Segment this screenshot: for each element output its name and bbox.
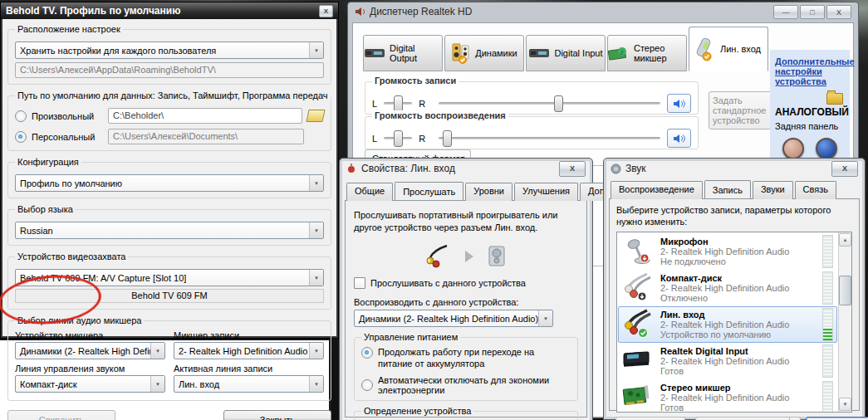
behold-title-bar[interactable]: Behold TV. Профиль по умолчанию X <box>1 2 338 19</box>
custom-path-radio-label: Произвольный <box>32 111 103 121</box>
realtek-device-tabs: Digital Output Динамики Digital Input ♪ … <box>363 27 768 71</box>
record-balance-slider[interactable] <box>384 102 412 105</box>
device-status: Готов <box>660 403 816 412</box>
close-icon[interactable]: X <box>831 161 858 177</box>
digital-device-icon <box>528 46 550 60</box>
tab-playback[interactable]: Воспроизведение <box>611 181 703 199</box>
advanced-settings-link[interactable]: Дополнительные настройки устройства <box>775 56 855 86</box>
listen-checkbox[interactable] <box>354 277 365 289</box>
tab-label: Digital Output <box>390 43 442 63</box>
personal-path-radio-label: Персональный <box>32 132 103 142</box>
maximize-button[interactable]: □ <box>800 5 825 19</box>
chevron-down-icon: ▼ <box>150 343 164 359</box>
close-icon[interactable]: X <box>559 161 586 177</box>
properties-button[interactable]: Свойства <box>806 417 868 420</box>
tab-levels[interactable]: Уровни <box>465 183 512 201</box>
device-driver: 2- Realtek High Definition Audio <box>660 356 816 366</box>
device-detection-group: Определение устройства Не запрашивать пр… <box>354 411 578 420</box>
playback-volume-slider[interactable] <box>439 137 660 139</box>
digital-device-icon <box>364 46 385 60</box>
record-mute-button[interactable] <box>667 94 691 113</box>
device-name: Микрофон <box>660 237 816 247</box>
balance-right-label: R <box>419 99 425 109</box>
close-window-button[interactable]: Закрыть <box>223 410 331 420</box>
sound-control-line-combo[interactable]: Компакт-диск▼ <box>15 375 165 393</box>
tab-recording[interactable]: Запись <box>704 180 751 198</box>
folder-icon[interactable] <box>826 93 843 105</box>
tab-speakers[interactable]: Динамики <box>444 35 524 71</box>
device-row-cd[interactable]: Компакт-диск 2- Realtek High Definition … <box>618 270 837 306</box>
active-record-line-combo[interactable]: Лин. вход▼ <box>174 375 324 393</box>
jack-blue[interactable] <box>816 138 837 159</box>
auto-disable-label: Автоматически отключать для экономии эле… <box>378 375 571 395</box>
playback-volume-label: Громкость воспроизведения <box>372 110 508 120</box>
custom-path-radio[interactable] <box>15 110 27 122</box>
folder-browse-icon[interactable] <box>306 110 325 122</box>
realtek-window-title: Диспетчер Realtek HD <box>370 6 472 17</box>
tab-stereo-mixer[interactable]: ♪ Стерео микшер <box>607 35 687 71</box>
record-volume-label: Громкость записи <box>372 76 459 85</box>
properties-title-bar[interactable]: Свойства: Лин. вход X <box>340 159 592 178</box>
playback-device-combo[interactable]: Динамики (2- Realtek High Definition Aud… <box>354 310 553 327</box>
mixer-device-combo[interactable]: Динамики (2- Realtek High Definition Aud… <box>15 342 165 359</box>
speakers-icon <box>451 42 471 64</box>
tab-digital-output[interactable]: Digital Output <box>363 35 443 71</box>
listen-checkbox-label: Прослушивать с данного устройства <box>370 278 526 288</box>
tab-enhancements[interactable]: Улучшения <box>514 183 578 201</box>
power-management-group: Управление питанием Продолжать работу пр… <box>354 337 578 401</box>
device-status: Готов <box>660 366 816 376</box>
save-button[interactable]: Сохранить <box>7 410 115 420</box>
configuration-combo[interactable]: Профиль по умолчанию ▼ <box>15 174 324 192</box>
data-path-label: Путь по умолчанию для данных: Запись, Та… <box>15 90 331 100</box>
settings-location-combo[interactable]: Хранить настройки для каждого пользовате… <box>15 42 324 59</box>
level-meter <box>822 235 833 268</box>
playback-balance-slider[interactable] <box>384 137 412 139</box>
tab-label: Стерео микшер <box>634 43 686 63</box>
playback-mute-button[interactable] <box>667 129 691 148</box>
balance-right-label: R <box>419 134 425 144</box>
sound-title-bar[interactable]: Звук X <box>604 159 865 178</box>
scroll-down-icon[interactable]: ▼ <box>839 398 851 411</box>
active-record-line-label: Активная линия записи <box>174 364 324 374</box>
jack-pink[interactable] <box>782 138 804 159</box>
set-default-chevron[interactable]: ▼ <box>790 417 801 420</box>
device-row-line-in[interactable]: Лин. вход 2- Realtek High Definition Aud… <box>618 306 837 343</box>
close-icon[interactable]: X <box>319 5 333 17</box>
continue-on-battery-radio[interactable] <box>361 347 373 359</box>
close-button[interactable]: X <box>826 5 851 19</box>
configure-button[interactable]: Настроить <box>615 417 685 420</box>
tab-listen[interactable]: Прослушать <box>395 182 463 200</box>
device-status: Устройство по умолчанию <box>660 330 816 339</box>
arrow-icon <box>465 251 473 262</box>
tab-sounds[interactable]: Звуки <box>753 181 793 199</box>
tab-digital-input[interactable]: Digital Input <box>526 35 606 71</box>
list-scrollbar[interactable]: ▲ ▼ <box>838 232 851 412</box>
tab-label: Digital Input <box>554 48 602 58</box>
auto-disable-radio[interactable] <box>361 379 373 391</box>
minimize-button[interactable]: — <box>773 5 798 19</box>
settings-location-label: Расположение настроек <box>15 24 123 34</box>
device-row-digital-input[interactable]: Realtek Digital Input 2- Realtek High De… <box>618 343 837 379</box>
scrollbar-thumb[interactable] <box>839 276 851 305</box>
device-name: Стерео микшер <box>660 383 816 393</box>
personal-path-radio[interactable] <box>15 131 27 143</box>
chevron-down-icon: ▼ <box>309 376 323 392</box>
set-default-button[interactable]: По умолчанию <box>695 417 790 420</box>
tab-communications[interactable]: Связь <box>795 181 836 199</box>
configuration-group: Конфигурация Профиль по умолчанию ▼ <box>7 162 331 198</box>
record-volume-group: Громкость записи L R <box>365 81 699 115</box>
record-mixer-combo[interactable]: 2- Realtek High Definition Audio▼ <box>174 342 324 359</box>
scroll-up-icon[interactable]: ▲ <box>839 233 851 247</box>
tab-line-in[interactable]: Лин. вход <box>689 27 768 71</box>
device-row-microphone[interactable]: Микрофон 2- Realtek High Definition Audi… <box>618 233 837 270</box>
tab-label: Динамики <box>475 48 517 58</box>
device-row-stereo-mixer[interactable]: Стерео микшер 2- Realtek High Definition… <box>618 379 837 412</box>
record-volume-slider[interactable] <box>439 102 660 105</box>
personal-path-field: C:\Users\Алексей\Documents\ <box>108 129 304 144</box>
custom-path-field[interactable]: C:\Beholder\ <box>108 108 302 124</box>
set-default-label: Задать стандартное устройство <box>709 94 777 127</box>
language-combo[interactable]: Russian ▼ <box>15 222 324 239</box>
tab-general[interactable]: Общие <box>346 183 393 201</box>
level-meter <box>822 344 833 378</box>
level-meter <box>822 271 833 305</box>
